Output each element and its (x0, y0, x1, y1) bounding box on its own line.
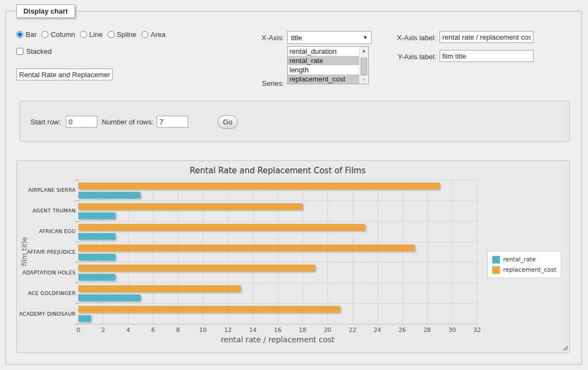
chart-type-option-spline[interactable]: Spline (108, 30, 137, 39)
x-tick-label: 8 (176, 327, 180, 334)
stacked-option[interactable]: Stacked (16, 47, 52, 55)
x-tick-label: 32 (473, 327, 481, 334)
chart-legend: rental_ratereplacement_cost (487, 251, 561, 278)
chart-bar-rental_rate[interactable] (78, 274, 115, 280)
x-axis-label-field-label: X-Axis label: (397, 34, 436, 42)
chart-bar-rental_rate[interactable] (78, 254, 115, 260)
chart-bar-rental_rate[interactable] (78, 212, 115, 219)
legend-item-replacement_cost[interactable]: replacement_cost (492, 265, 556, 275)
x-tick-label: 4 (126, 327, 130, 334)
series-option-rental_rate[interactable]: rental_rate (288, 56, 359, 65)
gridline (78, 262, 477, 262)
y-axis-label-input[interactable] (440, 50, 534, 62)
series-options: rental_durationrental_ratelengthreplacem… (288, 47, 359, 84)
dropdown-arrow-icon: ▼ (363, 35, 368, 40)
legend-label: replacement_cost (503, 266, 556, 273)
x-axis-title: rental rate / replacement cost (78, 335, 477, 344)
gridline (302, 180, 303, 324)
chart-bar-replacement_cost[interactable] (78, 183, 440, 189)
chart-bar-replacement_cost[interactable] (78, 244, 414, 251)
radio-label: Bar (26, 30, 36, 39)
chart-bar-rental_rate[interactable] (78, 192, 140, 198)
gridline (427, 180, 428, 324)
chart-title: Rental Rate and Replacement Cost of Film… (78, 166, 477, 175)
category-label: AFFAIR PREJUDICE (17, 242, 76, 262)
gridline (78, 180, 79, 324)
x-tick-label: 28 (423, 327, 431, 334)
stacked-checkbox[interactable] (16, 48, 23, 55)
radio-bar[interactable] (16, 31, 23, 38)
series-scrollbar[interactable]: ▲ ▼ (359, 47, 368, 84)
x-tick-label: 2 (101, 327, 105, 334)
scrollbar-thumb[interactable] (361, 58, 367, 76)
chart-bar-replacement_cost[interactable] (78, 203, 302, 210)
x-axis-selected-value: title (291, 34, 302, 42)
gridline (78, 180, 477, 180)
legend-swatch-icon (492, 256, 500, 264)
scroll-down-icon[interactable]: ▼ (360, 76, 368, 84)
chart-bar-replacement_cost[interactable] (78, 306, 340, 312)
series-option-length[interactable]: length (288, 65, 359, 74)
gridline (203, 180, 203, 324)
radio-column[interactable] (41, 31, 48, 38)
x-tick-label: 14 (249, 327, 257, 334)
series-select-label: Series: (262, 79, 284, 87)
rows-panel: Start row: Number of rows: Go (20, 101, 570, 142)
gridline (377, 180, 378, 324)
x-tick-label: 30 (448, 327, 456, 334)
series-option-rental_duration[interactable]: rental_duration (288, 47, 359, 56)
chart-bar-rental_rate[interactable] (78, 294, 140, 301)
gridline (78, 324, 477, 324)
radio-label: Column (51, 30, 75, 39)
chart-bar-rental_rate[interactable] (78, 233, 115, 240)
x-tick-label: 26 (399, 327, 406, 334)
gridline (78, 200, 477, 201)
gridline (78, 221, 477, 222)
go-button[interactable]: Go (218, 115, 238, 129)
x-tick-label: 0 (77, 327, 81, 334)
number-of-rows-label: Number of rows: (102, 118, 153, 126)
gridline (178, 180, 178, 324)
chart-bar-rental_rate[interactable] (78, 315, 91, 322)
chart-bar-replacement_cost[interactable] (78, 285, 240, 292)
series-listbox[interactable]: rental_durationrental_ratelengthreplacem… (287, 46, 369, 84)
radio-line[interactable] (80, 31, 87, 38)
series-option-replacement_cost[interactable]: replacement_cost (288, 74, 359, 84)
start-row-label: Start row: (30, 118, 61, 126)
start-row-input[interactable] (66, 116, 97, 128)
radio-area[interactable] (141, 31, 148, 38)
chart-type-option-line[interactable]: Line (80, 30, 103, 39)
y-axis-tick (75, 324, 78, 324)
x-tick-label: 12 (224, 327, 232, 334)
x-axis-select[interactable]: title ▼ (287, 31, 372, 44)
category-label: ACADEMY DINOSAUR (17, 303, 76, 324)
x-tick-label: 18 (299, 327, 306, 334)
category-label: AGENT TRUMAN (17, 200, 76, 221)
gridline (103, 180, 104, 324)
gridline (128, 180, 129, 324)
gridline (278, 180, 278, 324)
gridline (78, 242, 477, 242)
radio-label: Spline (117, 30, 137, 39)
legend-item-rental_rate[interactable]: rental_rate (492, 254, 556, 265)
x-tick-label: 20 (324, 327, 331, 334)
chart-type-option-column[interactable]: Column (41, 30, 75, 39)
radio-spline[interactable] (108, 31, 115, 38)
x-axis-label-input[interactable] (440, 31, 534, 43)
chart-type-radio-group: BarColumnLineSplineArea (16, 30, 170, 39)
number-of-rows-input[interactable] (157, 116, 188, 128)
gridline (452, 180, 453, 324)
chart-type-option-bar[interactable]: Bar (16, 30, 36, 39)
fieldset-legend: Display chart (16, 4, 75, 18)
chart-bar-replacement_cost[interactable] (78, 265, 315, 271)
chart-title-input[interactable] (16, 68, 113, 80)
gridline (327, 180, 328, 324)
stacked-label: Stacked (26, 47, 52, 55)
resize-grip[interactable] (562, 344, 568, 350)
scroll-up-icon[interactable]: ▲ (360, 47, 368, 55)
chart-bar-replacement_cost[interactable] (78, 224, 365, 230)
page: Display chart BarColumnLineSplineArea St… (0, 0, 588, 370)
chart-type-option-area[interactable]: Area (141, 30, 165, 39)
category-label: AFRICAN EGG (17, 221, 76, 242)
gridline (228, 180, 228, 324)
